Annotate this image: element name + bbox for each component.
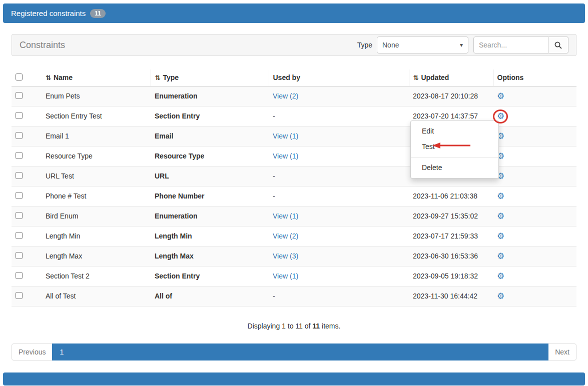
dropdown-divider	[411, 157, 498, 158]
page: Registered constraints 11 Constraints Ty…	[0, 0, 588, 386]
header-name[interactable]: ⇅Name	[42, 70, 151, 86]
header-options: Options	[493, 70, 576, 86]
sort-icon: ⇅	[413, 74, 419, 82]
dropdown-item-edit[interactable]: Edit	[411, 124, 498, 139]
table-row: All of Test All of - 2023-11-30 16:44:42…	[12, 286, 576, 306]
search-input[interactable]	[473, 36, 548, 54]
cell-updated: 2023-11-30 16:44:42	[409, 286, 493, 306]
gear-icon[interactable]: ⚙	[497, 91, 504, 101]
row-checkbox[interactable]	[16, 232, 23, 239]
row-checkbox[interactable]	[16, 212, 23, 219]
header-name-label: Name	[54, 74, 73, 82]
panel-body: Constraints Type None ▾	[12, 34, 576, 360]
used-by-link[interactable]: View (1)	[273, 152, 298, 160]
gear-icon[interactable]: ⚙	[497, 251, 504, 261]
panel-header: Registered constraints 11	[3, 4, 585, 23]
constraints-toolbar: Constraints Type None ▾	[12, 34, 576, 56]
used-by-link[interactable]: View (3)	[273, 252, 298, 260]
summary-total: 11	[312, 322, 320, 330]
previous-page-button[interactable]: Previous	[12, 344, 53, 360]
cell-name: Section Entry Test	[42, 106, 151, 126]
cell-type: Section Entry	[151, 266, 269, 286]
cell-type: URL	[151, 166, 269, 186]
search-group	[473, 36, 568, 54]
cell-updated: 2023-08-17 20:10:28	[409, 86, 493, 106]
cell-type: Phone Number	[151, 186, 269, 206]
gear-icon[interactable]: ⚙	[497, 271, 504, 281]
cell-updated: 2023-09-05 19:18:32	[409, 266, 493, 286]
cell-name: Resource Type	[42, 146, 151, 166]
type-select[interactable]: None ▾	[377, 36, 468, 54]
cell-type: Resource Type	[151, 146, 269, 166]
used-by-link[interactable]: View (1)	[273, 132, 298, 140]
table-row: Section Test 2 Section Entry View (1) 20…	[12, 266, 576, 286]
row-checkbox[interactable]	[16, 252, 23, 259]
constraints-table: ⇅Name ⇅Type Used by ⇅Updated Options	[12, 70, 576, 306]
table-header-row: ⇅Name ⇅Type Used by ⇅Updated Options	[12, 70, 576, 86]
type-label: Type	[357, 41, 372, 49]
section-title: Constraints	[20, 40, 357, 50]
row-checkbox[interactable]	[16, 132, 23, 139]
sort-icon: ⇅	[155, 74, 161, 82]
cell-updated: 2023-06-30 16:53:36	[409, 246, 493, 266]
cell-name: All of Test	[42, 286, 151, 306]
table-row: Enum Pets Enumeration View (2) 2023-08-1…	[12, 86, 576, 106]
annotation-circle	[493, 110, 508, 124]
table-row: Length Min Length Min View (2) 2023-07-1…	[12, 226, 576, 246]
header-options-label: Options	[497, 74, 524, 82]
row-checkbox[interactable]	[16, 92, 23, 99]
cell-type: Enumeration	[151, 86, 269, 106]
header-used-by: Used by	[269, 70, 409, 86]
cell-name: Email 1	[42, 126, 151, 146]
header-type-label: Type	[163, 74, 179, 82]
row-checkbox[interactable]	[16, 172, 23, 179]
row-checkbox[interactable]	[16, 192, 23, 199]
row-checkbox[interactable]	[16, 272, 23, 279]
summary-text: Displaying 1 to 11 of	[248, 322, 313, 330]
gear-icon[interactable]: ⚙	[497, 211, 504, 221]
cell-updated: 2023-07-17 21:59:33	[409, 226, 493, 246]
cell-type: Section Entry	[151, 106, 269, 126]
row-checkbox[interactable]	[16, 152, 23, 159]
cell-updated: 2023-09-27 15:35:02	[409, 206, 493, 226]
next-page-button[interactable]: Next	[548, 344, 576, 360]
cell-type: Enumeration	[151, 206, 269, 226]
dropdown-item-delete[interactable]: Delete	[411, 160, 498, 176]
cell-updated: 2023-11-06 21:03:38	[409, 186, 493, 206]
pagination: Previous 1 Next	[12, 344, 576, 360]
gear-icon[interactable]: ⚙	[497, 191, 504, 201]
gear-icon[interactable]: ⚙	[497, 291, 504, 301]
gear-icon[interactable]: ⚙	[497, 231, 504, 241]
select-all-checkbox[interactable]	[16, 74, 23, 80]
used-by-empty: -	[273, 192, 275, 200]
table-row: Bird Enum Enumeration View (1) 2023-09-2…	[12, 206, 576, 226]
header-updated-label: Updated	[421, 74, 449, 82]
header-type[interactable]: ⇅Type	[151, 70, 269, 86]
search-button[interactable]	[548, 36, 568, 54]
row-checkbox[interactable]	[16, 292, 23, 299]
cell-type: All of	[151, 286, 269, 306]
cell-type: Email	[151, 126, 269, 146]
header-updated[interactable]: ⇅Updated	[409, 70, 493, 86]
type-select-value: None	[382, 41, 399, 49]
cell-name: Section Test 2	[42, 266, 151, 286]
cell-name: Length Max	[42, 246, 151, 266]
used-by-link[interactable]: View (2)	[273, 232, 298, 240]
cell-name: URL Test	[42, 166, 151, 186]
page-1-button[interactable]: 1	[52, 344, 548, 360]
used-by-link[interactable]: View (1)	[273, 272, 298, 280]
footer-bar	[3, 372, 585, 386]
header-used-by-label: Used by	[273, 74, 300, 82]
results-summary: Displaying 1 to 11 of 11 items.	[12, 322, 576, 330]
cell-type: Length Min	[151, 226, 269, 246]
summary-suffix: items.	[320, 322, 340, 330]
used-by-link[interactable]: View (1)	[273, 212, 298, 220]
used-by-empty: -	[273, 172, 275, 180]
table-row: Phone # Test Phone Number - 2023-11-06 2…	[12, 186, 576, 206]
sort-icon: ⇅	[46, 74, 51, 82]
search-icon	[554, 41, 562, 50]
row-checkbox[interactable]	[16, 112, 23, 119]
used-by-link[interactable]: View (2)	[273, 92, 298, 100]
cell-type: Length Max	[151, 246, 269, 266]
used-by-empty: -	[273, 112, 275, 120]
